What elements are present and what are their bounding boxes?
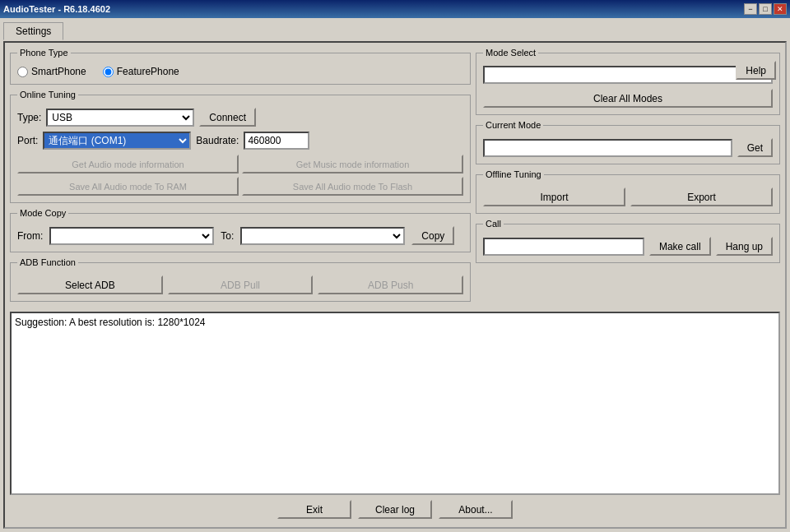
top-section: Phone Type SmartPhone FeaturePhone xyxy=(10,48,780,302)
call-group: Call Make call Hang up xyxy=(476,219,780,263)
adb-push-button[interactable]: ADB Push xyxy=(318,275,463,294)
baudrate-label: Baudrate: xyxy=(196,135,239,146)
smartphone-label: SmartPhone xyxy=(31,66,86,77)
mode-buttons-row: Get Audio mode information Get Music mod… xyxy=(17,155,463,173)
current-mode-row: Get xyxy=(483,138,773,157)
call-legend: Call xyxy=(483,219,504,229)
featurephone-label: FeaturePhone xyxy=(117,66,179,77)
current-mode-legend: Current Mode xyxy=(483,120,543,130)
exit-button[interactable]: Exit xyxy=(277,500,351,519)
adb-row: Select ADB ADB Pull ADB Push xyxy=(17,275,463,294)
left-column: Phone Type SmartPhone FeaturePhone xyxy=(10,48,471,302)
port-label: Port: xyxy=(17,135,38,146)
online-tuning-row2: Port: 通信端口 (COM1) Baudrate: xyxy=(17,132,463,150)
type-select[interactable]: USB xyxy=(46,109,194,127)
title-bar: AudioTester - R6.18.4602 − □ ✕ xyxy=(0,0,790,18)
mode-select-combo[interactable] xyxy=(483,66,773,84)
log-text: Suggestion: A best resolution is: 1280*1… xyxy=(15,317,206,328)
hang-up-button[interactable]: Hang up xyxy=(716,237,773,256)
type-label: Type: xyxy=(17,112,41,123)
phone-type-legend: Phone Type xyxy=(17,48,71,58)
smartphone-radio[interactable] xyxy=(17,67,28,77)
call-input[interactable] xyxy=(483,238,644,256)
get-audio-button[interactable]: Get Audio mode information xyxy=(17,155,239,173)
from-select[interactable] xyxy=(49,227,214,245)
right-column: Mode Select Help Clear All Modes xyxy=(476,48,780,302)
baudrate-input[interactable] xyxy=(244,132,309,150)
maximize-button[interactable]: □ xyxy=(759,3,772,15)
minimize-button[interactable]: − xyxy=(744,3,757,15)
offline-tuning-group: Offline Tuning Import Export xyxy=(476,169,780,214)
save-flash-button[interactable]: Save All Audio mode To Flash xyxy=(242,177,463,196)
log-area: Suggestion: A best resolution is: 1280*1… xyxy=(10,312,780,495)
call-row: Make call Hang up xyxy=(483,237,773,256)
featurephone-option: FeaturePhone xyxy=(103,66,179,77)
port-select[interactable]: 通信端口 (COM1) xyxy=(43,132,191,150)
import-button[interactable]: Import xyxy=(483,187,625,206)
connect-button[interactable]: Connect xyxy=(199,108,256,127)
save-buttons-row: Save All Audio mode To RAM Save All Audi… xyxy=(17,177,463,196)
phone-type-radio-group: SmartPhone FeaturePhone xyxy=(17,66,463,77)
help-button[interactable]: Help xyxy=(736,61,776,80)
export-button[interactable]: Export xyxy=(630,187,773,206)
online-tuning-group: Online Tuning Type: USB Connect Port: 通信… xyxy=(10,90,471,203)
adb-pull-button[interactable]: ADB Pull xyxy=(168,275,314,294)
make-call-button[interactable]: Make call xyxy=(649,237,711,256)
window-title: AudioTester - R6.18.4602 xyxy=(3,4,110,14)
adb-function-group: ADB Function Select ADB ADB Pull ADB Pus… xyxy=(10,257,471,302)
mode-copy-group: Mode Copy From: To: Copy xyxy=(10,208,471,252)
main-panel: Phone Type SmartPhone FeaturePhone xyxy=(3,41,787,529)
online-tuning-legend: Online Tuning xyxy=(17,90,78,99)
mode-copy-legend: Mode Copy xyxy=(17,208,68,218)
to-label: To: xyxy=(221,230,234,242)
clear-all-modes-button[interactable]: Clear All Modes xyxy=(483,89,773,108)
select-adb-button[interactable]: Select ADB xyxy=(17,275,163,294)
close-button[interactable]: ✕ xyxy=(774,3,787,15)
tab-settings[interactable]: Settings xyxy=(3,22,63,40)
smartphone-option: SmartPhone xyxy=(17,66,86,77)
bottom-bar: Exit Clear log About... xyxy=(10,495,780,522)
save-ram-button[interactable]: Save All Audio mode To RAM xyxy=(17,177,239,196)
about-button[interactable]: About... xyxy=(439,500,513,519)
window-body: Settings Phone Type SmartPhone xyxy=(0,18,790,532)
adb-legend: ADB Function xyxy=(17,257,78,267)
mode-select-group: Mode Select Help Clear All Modes xyxy=(476,48,780,115)
to-select[interactable] xyxy=(240,227,405,245)
mode-select-legend: Mode Select xyxy=(483,48,538,58)
title-bar-buttons: − □ ✕ xyxy=(744,3,787,15)
mode-copy-row: From: To: Copy xyxy=(17,226,463,245)
get-button[interactable]: Get xyxy=(737,138,773,157)
phone-type-group: Phone Type SmartPhone FeaturePhone xyxy=(10,48,471,85)
offline-tuning-legend: Offline Tuning xyxy=(483,169,544,179)
clear-log-button[interactable]: Clear log xyxy=(358,500,432,519)
get-music-button[interactable]: Get Music mode information xyxy=(242,155,463,173)
featurephone-radio[interactable] xyxy=(103,67,114,77)
from-label: From: xyxy=(17,230,43,242)
online-tuning-row1: Type: USB Connect xyxy=(17,108,463,127)
tab-bar: Settings xyxy=(3,21,787,39)
current-mode-input[interactable] xyxy=(483,139,732,157)
copy-button[interactable]: Copy xyxy=(411,226,454,245)
current-mode-group: Current Mode Get xyxy=(476,120,780,164)
offline-row: Import Export xyxy=(483,187,773,206)
